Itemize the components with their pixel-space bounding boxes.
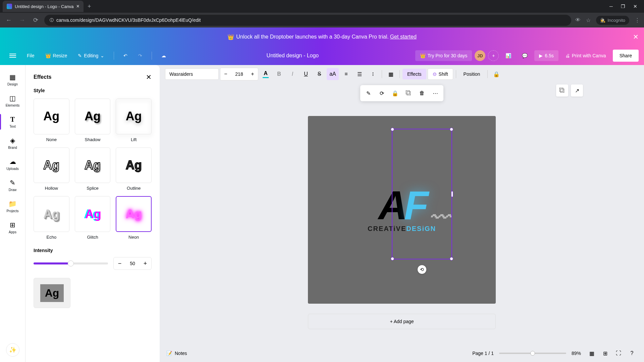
site-info-icon[interactable]: ⓘ <box>50 17 54 23</box>
zoom-slider[interactable] <box>499 353 566 354</box>
style-lift[interactable]: Ag Lift <box>116 99 152 142</box>
nav-projects[interactable]: 📁 Projects <box>0 196 25 217</box>
cloud-sync-button[interactable]: ☁ <box>157 50 170 61</box>
transparency-button[interactable]: ▦ <box>385 68 397 80</box>
menu-button[interactable] <box>5 51 20 60</box>
decrease-intensity-button[interactable]: − <box>114 257 126 269</box>
bookmark-icon[interactable]: ☆ <box>586 17 591 23</box>
style-glitch[interactable]: Ag Glitch <box>75 196 111 240</box>
get-started-link[interactable]: Get started <box>390 34 417 40</box>
animate-button[interactable]: ⟳ <box>376 87 388 99</box>
export-page-button[interactable]: ↗ <box>571 84 583 97</box>
italic-button[interactable]: I <box>286 68 299 80</box>
duplicate-page-button[interactable]: ⿻ <box>556 84 568 97</box>
nav-apps[interactable]: ⊞ Apps <box>0 217 25 238</box>
notes-button[interactable]: 📝 Notes <box>166 351 187 356</box>
nav-brand[interactable]: ◈ Brand <box>0 132 25 154</box>
back-button[interactable]: ← <box>4 17 13 24</box>
browser-tab[interactable]: Untitled design - Logo - Canva × <box>3 1 84 12</box>
lock-button[interactable]: 🔒 <box>490 68 502 80</box>
nav-draw[interactable]: ✎ Draw <box>0 175 25 196</box>
align-button[interactable]: ≡ <box>340 68 352 80</box>
style-shadow[interactable]: Ag Shadow <box>75 99 111 142</box>
increase-size-button[interactable]: + <box>247 68 258 80</box>
nav-uploads[interactable]: ☁ Uploads <box>0 154 25 175</box>
thumbnail-view-button[interactable]: ⊞ <box>600 348 610 359</box>
design-title-input[interactable] <box>259 53 326 59</box>
resize-handle-tr[interactable] <box>450 128 453 131</box>
delete-button[interactable]: 🗑 <box>416 87 428 99</box>
case-button[interactable]: aA <box>327 68 339 80</box>
close-banner-icon[interactable]: ✕ <box>633 33 639 41</box>
minimize-window-icon[interactable]: ─ <box>609 4 613 9</box>
share-button[interactable]: Share <box>613 50 639 62</box>
duplicate-button[interactable]: ⿻ <box>402 87 415 99</box>
resize-handle-bl[interactable] <box>391 257 394 260</box>
nav-text[interactable]: T Text <box>0 111 25 132</box>
more-options-button[interactable]: ⋯ <box>429 87 441 99</box>
reload-button[interactable]: ⟳ <box>31 16 40 24</box>
fullscreen-button[interactable]: ⛶ <box>613 348 624 359</box>
close-panel-icon[interactable]: ✕ <box>146 73 152 81</box>
lock-element-button[interactable]: 🔒 <box>389 87 401 99</box>
url-bar[interactable]: ⓘ canva.com/design/DAGVwdNCKVU/3sBF0dvJx… <box>44 15 571 26</box>
try-pro-button[interactable]: 👑 Try Pro for 30 days <box>415 50 472 61</box>
bold-button[interactable]: B <box>273 68 285 80</box>
slider-thumb[interactable] <box>68 260 74 266</box>
add-page-button[interactable]: + Add page <box>308 314 496 329</box>
nav-design[interactable]: ▦ Design <box>0 69 25 90</box>
bg-preview: Ag <box>40 284 64 302</box>
position-button[interactable]: Position <box>459 69 485 79</box>
editing-button[interactable]: ✎ Editing ⌄ <box>74 50 108 61</box>
resize-button[interactable]: 👑 Resize <box>41 50 71 61</box>
close-tab-icon[interactable]: × <box>76 3 79 9</box>
present-button[interactable]: ▶ 6.5s <box>534 50 558 61</box>
magic-edit-button[interactable]: ✎ <box>362 87 374 99</box>
undo-button[interactable]: ↶ <box>119 50 131 61</box>
zoom-thumb[interactable] <box>530 351 535 356</box>
help-button[interactable]: ? <box>627 348 637 359</box>
underline-button[interactable]: U <box>300 68 312 80</box>
maximize-window-icon[interactable]: ❐ <box>621 4 625 9</box>
spacing-button[interactable]: ⫶ <box>367 68 379 80</box>
user-avatar[interactable]: JD <box>475 50 485 61</box>
nav-elements[interactable]: ◫ Elements <box>0 90 25 111</box>
style-outline[interactable]: Ag Outline <box>116 147 152 191</box>
strikethrough-button[interactable]: S <box>313 68 325 80</box>
browser-menu-icon[interactable]: ⋮ <box>635 17 640 23</box>
style-splice[interactable]: Ag Splice <box>75 147 111 191</box>
resize-handle-tl[interactable] <box>391 128 394 131</box>
design-canvas[interactable]: AF 〰 CREATiVEDESiGN ⟲ <box>308 116 496 304</box>
ai-assistant-button[interactable]: ✨ <box>6 343 19 357</box>
font-selector[interactable]: Wasraiders <box>165 68 219 80</box>
effects-button[interactable]: Effects <box>402 69 426 79</box>
analytics-button[interactable]: 📊 <box>501 50 515 61</box>
increase-intensity-button[interactable]: + <box>139 257 151 269</box>
style-neon[interactable]: Ag Neon <box>116 196 152 240</box>
decrease-size-button[interactable]: − <box>220 68 231 80</box>
list-button[interactable]: ☰ <box>354 68 366 80</box>
forward-button[interactable]: → <box>17 17 27 24</box>
file-button[interactable]: File <box>23 50 39 61</box>
new-tab-button[interactable]: + <box>88 3 91 10</box>
style-none[interactable]: Ag None <box>34 99 69 142</box>
text-color-button[interactable]: A <box>260 68 272 80</box>
resize-handle-br[interactable] <box>450 257 453 260</box>
resize-handle-right[interactable] <box>451 191 453 197</box>
grid-view-button[interactable]: ▦ <box>586 348 597 359</box>
style-echo[interactable]: Ag Echo <box>34 196 69 240</box>
rotate-handle[interactable]: ⟲ <box>418 265 426 274</box>
background-effect-tile[interactable]: Ag <box>34 278 70 308</box>
close-window-icon[interactable]: ✕ <box>633 4 637 9</box>
eye-icon[interactable]: 👁 <box>575 17 581 23</box>
selection-box[interactable]: ⟲ <box>392 129 452 259</box>
font-size-input[interactable] <box>231 68 247 80</box>
style-hollow[interactable]: Ag Hollow <box>34 147 69 191</box>
comment-button[interactable]: 💬 <box>518 50 532 61</box>
print-button[interactable]: 🖨 Print with Canva <box>561 50 610 61</box>
redo-button[interactable]: ↷ <box>134 50 146 61</box>
add-collaborator-button[interactable]: + <box>488 50 499 61</box>
intensity-slider[interactable] <box>34 262 108 264</box>
intensity-value-input[interactable] <box>126 261 139 266</box>
shift-button[interactable]: ⊙ Shift <box>428 68 453 80</box>
